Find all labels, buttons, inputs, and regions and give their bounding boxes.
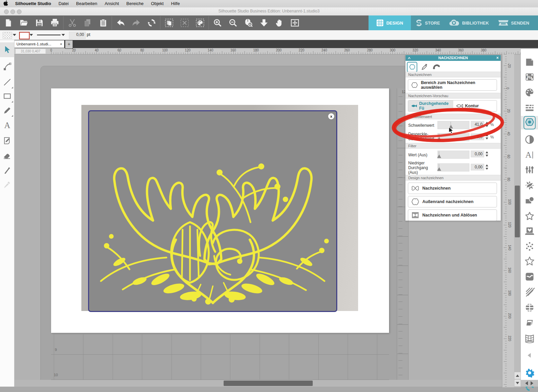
wert-value[interactable]: 0,00 <box>471 151 484 157</box>
threshold-value[interactable]: 41,0 <box>471 121 484 128</box>
eyedropper-tool[interactable] <box>0 178 14 192</box>
draw-tool[interactable] <box>0 103 14 118</box>
trace-panel-close-icon[interactable]: × <box>496 55 499 61</box>
crop-star-icon[interactable] <box>521 179 538 192</box>
preview-solid-fill-toggle[interactable]: Durchgehende Fü <box>408 101 453 111</box>
scroll-left-button[interactable] <box>525 381 528 385</box>
trace-button[interactable]: Nachzeichnen <box>408 183 497 194</box>
mouse-zoom-button[interactable] <box>243 17 254 29</box>
line-color-swatch[interactable] <box>19 32 30 39</box>
rectangle-tool[interactable] <box>0 89 14 104</box>
select-tool[interactable] <box>0 42 14 57</box>
shadow-layers-icon[interactable] <box>521 316 538 330</box>
modify-shapes-icon[interactable] <box>521 194 538 207</box>
apple-menu-icon[interactable] <box>0 0 11 7</box>
menu-item-ansicht[interactable]: Ansicht <box>101 0 123 7</box>
document-tab[interactable]: Unbenannt-1.studi... × <box>14 40 65 48</box>
line-style-caret[interactable] <box>62 34 65 36</box>
contrast-icon[interactable] <box>521 133 538 146</box>
knife-tool[interactable] <box>0 163 14 178</box>
tab-store[interactable]: STORE <box>415 19 440 27</box>
warp-grid-icon[interactable] <box>521 332 538 345</box>
wert-spinner[interactable] <box>486 151 489 157</box>
star-shape-icon[interactable] <box>521 254 538 268</box>
trace-icon[interactable] <box>521 116 538 129</box>
save-button[interactable] <box>34 17 45 29</box>
text-tool[interactable]: A <box>0 118 14 132</box>
line-style-sample[interactable] <box>37 35 61 35</box>
menu-item-bearbeiten[interactable]: Bearbeiten <box>72 0 101 7</box>
redo-button[interactable] <box>130 17 142 29</box>
new-document-button[interactable] <box>3 17 14 29</box>
eyedropper-tool-icon[interactable] <box>420 63 429 72</box>
settings-gear-icon[interactable] <box>521 366 538 380</box>
eraser-tool[interactable] <box>0 148 14 163</box>
menu-item-objekt[interactable]: Objekt <box>147 0 167 7</box>
magnet-tool-icon[interactable] <box>432 63 441 72</box>
rhinestones-icon[interactable] <box>521 240 538 253</box>
refresh-button[interactable] <box>146 17 157 29</box>
fill-swatch-caret[interactable] <box>13 34 16 36</box>
point-edit-tool[interactable] <box>0 59 14 74</box>
scroll-right-button[interactable] <box>531 381 533 385</box>
transform-icon[interactable] <box>521 163 538 177</box>
lowpass-slider[interactable] <box>437 163 469 171</box>
despeckle-slider[interactable] <box>437 133 469 141</box>
undo-button[interactable] <box>115 17 126 29</box>
stroke-width-field[interactable]: 0,00 <box>69 32 86 39</box>
paste-button[interactable] <box>98 17 109 29</box>
tab-design[interactable]: DESIGN <box>369 15 411 30</box>
wert-slider[interactable] <box>437 151 469 159</box>
paste-in-front-button[interactable] <box>163 17 175 29</box>
trace-outer-edge-button[interactable]: Außenrand nachzeichnen <box>408 196 497 207</box>
line-tool[interactable] <box>0 75 14 89</box>
vertical-scrollbar-thumb[interactable] <box>515 186 520 237</box>
horizontal-scrollbar[interactable] <box>14 380 514 387</box>
lowpass-spinner[interactable] <box>486 164 489 170</box>
select-trace-area-button[interactable]: Bereich zum Nachzeichnen auswählen <box>408 79 497 91</box>
lowpass-value[interactable]: 0,00 <box>471 164 484 170</box>
preview-outline-toggle[interactable]: Kontur <box>453 101 497 111</box>
copy-button[interactable] <box>82 17 93 29</box>
pan-hand-button[interactable] <box>274 17 285 29</box>
paste-delete-button[interactable] <box>179 17 190 29</box>
scroll-down-button[interactable] <box>514 379 521 387</box>
menu-item-app[interactable]: Silhouette Studio <box>11 0 55 7</box>
zoom-in-button[interactable] <box>212 17 223 29</box>
fill-color-icon[interactable] <box>521 86 538 99</box>
line-style-icon[interactable] <box>521 101 538 115</box>
fit-page-button[interactable] <box>289 17 301 29</box>
horizontal-scrollbar-thumb[interactable] <box>224 381 313 386</box>
despeckle-spinner[interactable] <box>486 133 489 140</box>
scroll-up-button[interactable] <box>514 372 521 379</box>
page-setup-icon[interactable] <box>521 55 538 69</box>
interlace-icon[interactable] <box>521 301 538 314</box>
new-tab-button[interactable]: + <box>65 40 73 49</box>
menu-item-hilfe[interactable]: Hilfe <box>167 0 184 7</box>
vertical-scrollbar[interactable] <box>514 54 521 387</box>
selection-close-button[interactable]: x <box>328 113 334 119</box>
fill-swatch[interactable] <box>3 32 12 39</box>
pixscan-icon[interactable]: Pix <box>521 70 538 84</box>
threshold-slider[interactable] <box>437 121 469 129</box>
trace-panel-header[interactable]: NACHZEICHNEN × <box>406 55 501 61</box>
collapse-panel-icon[interactable] <box>521 349 538 362</box>
line-color-caret[interactable] <box>30 34 33 36</box>
menu-item-bereiche[interactable]: Bereiche <box>123 0 147 7</box>
paste-style-button[interactable] <box>194 17 206 29</box>
zoom-drag-button[interactable] <box>258 17 270 29</box>
hatch-fill-icon[interactable] <box>521 285 538 299</box>
tab-library[interactable]: BIBLIOTHEK <box>449 19 489 27</box>
print-button[interactable] <box>49 17 61 29</box>
offset-icon[interactable] <box>521 209 538 223</box>
zoom-out-button[interactable] <box>227 17 239 29</box>
open-button[interactable] <box>18 17 30 29</box>
document-tab-close-icon[interactable]: × <box>60 42 62 46</box>
sketch-heart-icon[interactable] <box>521 224 538 238</box>
trace-selection-area[interactable]: x <box>88 110 337 312</box>
despeckle-value[interactable]: 0,0 <box>471 133 484 140</box>
text-options-icon[interactable]: A <box>521 148 538 162</box>
tab-send[interactable]: SENDEN <box>498 19 529 27</box>
emboss-icon[interactable] <box>521 270 538 283</box>
cut-button[interactable] <box>67 17 78 29</box>
